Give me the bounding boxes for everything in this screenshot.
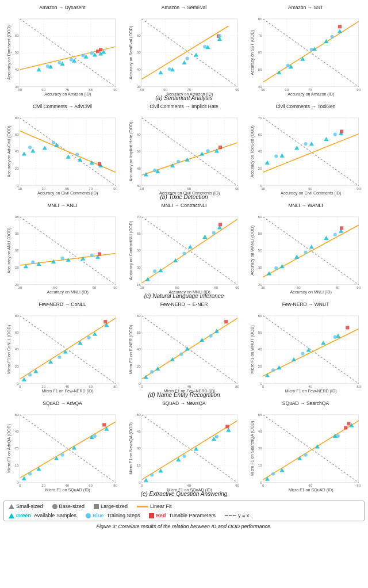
chart-amazon-semeval: Amazon → SemEval bbox=[125, 5, 243, 94]
svg-text:Accuracy on WANLI (OOD): Accuracy on WANLI (OOD) bbox=[250, 226, 255, 276]
legend-item-base: Base-sized bbox=[52, 503, 85, 509]
legend-square-large-icon bbox=[94, 504, 99, 509]
chart-title-5c: SQuAD → SearchQA bbox=[247, 400, 365, 406]
chart-svg-1a: Accuracy on Amazon (ID) Accuracy on Dyna… bbox=[3, 11, 121, 100]
svg-text:20: 20 bbox=[258, 364, 262, 368]
svg-text:Micro F1 on SQuAD (ID): Micro F1 on SQuAD (ID) bbox=[45, 488, 90, 492]
svg-text:Accuracy on Amazon (ID): Accuracy on Amazon (ID) bbox=[288, 92, 334, 97]
svg-point-61 bbox=[203, 45, 206, 48]
svg-text:50: 50 bbox=[175, 285, 179, 289]
svg-point-249 bbox=[212, 231, 215, 235]
svg-text:20: 20 bbox=[136, 364, 140, 368]
svg-text:60: 60 bbox=[15, 330, 19, 334]
svg-text:60: 60 bbox=[258, 132, 262, 136]
svg-text:40: 40 bbox=[136, 184, 140, 188]
legend-item-linear: Linear Fit bbox=[137, 503, 172, 509]
svg-text:Accuracy on MNLI (ID): Accuracy on MNLI (ID) bbox=[47, 290, 89, 295]
svg-text:40: 40 bbox=[15, 347, 19, 351]
svg-text:25: 25 bbox=[15, 446, 19, 450]
svg-rect-122 bbox=[98, 162, 101, 166]
svg-text:Micro F1 on SearchQA (OOD): Micro F1 on SearchQA (OOD) bbox=[250, 421, 255, 476]
svg-text:15: 15 bbox=[136, 463, 140, 467]
legend-yx-label: y = x bbox=[238, 513, 249, 518]
svg-text:40: 40 bbox=[15, 429, 19, 433]
chart-amazon-sst: Amazon → SST A bbox=[247, 5, 365, 94]
chart-row-sentiment: Amazon → Dynasent bbox=[3, 5, 365, 94]
svg-text:90: 90 bbox=[356, 186, 361, 190]
svg-rect-463 bbox=[344, 426, 347, 429]
svg-text:40: 40 bbox=[308, 384, 312, 388]
svg-text:20: 20 bbox=[15, 364, 19, 368]
svg-text:0: 0 bbox=[17, 184, 19, 188]
chart-squad-searchqa: SQuAD → SearchQA bbox=[247, 400, 365, 490]
svg-text:Micro F1 on NewsQA (OOD): Micro F1 on NewsQA (OOD) bbox=[129, 422, 133, 475]
svg-rect-371 bbox=[346, 326, 349, 329]
legend-row-2: Green Available Samples Blue Training St… bbox=[9, 513, 359, 518]
chart-svg-1c: Accuracy on Amazon (ID) Accuracy on SST … bbox=[247, 11, 365, 100]
chart-svg-5c: Micro F1 on SQuAD (ID) Micro F1 on Searc… bbox=[247, 407, 365, 496]
svg-text:45: 45 bbox=[136, 429, 140, 433]
svg-point-23 bbox=[46, 64, 49, 68]
svg-text:90: 90 bbox=[235, 285, 239, 289]
legend-item-small: Small-sized bbox=[9, 503, 43, 509]
svg-text:50: 50 bbox=[15, 413, 19, 417]
svg-text:70: 70 bbox=[136, 215, 140, 219]
svg-text:Accuracy on SST (OOD): Accuracy on SST (OOD) bbox=[250, 30, 255, 75]
svg-text:Micro F1 on WNUT (OOD): Micro F1 on WNUT (OOD) bbox=[250, 325, 255, 373]
svg-text:90: 90 bbox=[356, 285, 361, 289]
svg-point-186 bbox=[274, 155, 278, 158]
svg-text:36: 36 bbox=[15, 231, 19, 235]
chart-svg-2a: Accuracy on Civil Comments (ID) Accuracy… bbox=[3, 110, 121, 199]
legend-red-label: Red bbox=[156, 513, 166, 518]
chart-title-4c: Few-NERD → WNUT bbox=[247, 301, 365, 307]
svg-rect-88 bbox=[338, 25, 342, 28]
svg-text:Micro F1 on Few-NERD (ID): Micro F1 on Few-NERD (ID) bbox=[285, 389, 337, 394]
chart-title-1c: Amazon → SST bbox=[247, 5, 365, 10]
svg-text:40: 40 bbox=[258, 149, 262, 153]
svg-text:Accuracy on Civil Comments (ID: Accuracy on Civil Comments (ID) bbox=[37, 191, 98, 196]
svg-point-374 bbox=[334, 335, 337, 339]
svg-text:65: 65 bbox=[258, 50, 262, 54]
chart-title-2c: Civil Comments → ToxiGen bbox=[247, 104, 365, 109]
svg-text:32: 32 bbox=[15, 248, 19, 252]
svg-text:80: 80 bbox=[15, 314, 19, 318]
svg-text:0: 0 bbox=[260, 480, 262, 484]
chart-mnli-contractnli: MNLI → ContractNLI bbox=[125, 203, 243, 292]
legend: Small-sized Base-sized Large-sized Linea… bbox=[3, 501, 365, 521]
svg-text:50: 50 bbox=[53, 285, 57, 289]
svg-point-372 bbox=[271, 368, 275, 372]
svg-text:50: 50 bbox=[136, 248, 140, 252]
svg-text:0: 0 bbox=[19, 483, 21, 487]
svg-text:Micro F1 on E-NER (OOD): Micro F1 on E-NER (OOD) bbox=[129, 325, 133, 374]
svg-point-25 bbox=[70, 58, 73, 62]
svg-text:30: 30 bbox=[41, 186, 45, 190]
legend-item-yx: y = x bbox=[225, 513, 249, 518]
svg-point-311 bbox=[57, 356, 61, 359]
chart-svg-3c: Accuracy on MNLI (ID) Accuracy on WANLI … bbox=[247, 209, 365, 298]
legend-green-label: Green bbox=[16, 513, 31, 518]
svg-text:50: 50 bbox=[297, 285, 301, 289]
svg-rect-341 bbox=[224, 320, 228, 323]
svg-point-279 bbox=[304, 250, 307, 254]
svg-point-434 bbox=[150, 473, 154, 476]
legend-item-large: Large-sized bbox=[94, 503, 128, 509]
svg-text:90: 90 bbox=[113, 285, 117, 289]
svg-text:0: 0 bbox=[260, 184, 262, 188]
legend-blue-label: Blue bbox=[93, 513, 104, 518]
chart-title-3a: MNLI → ANLI bbox=[3, 203, 121, 208]
svg-text:50: 50 bbox=[136, 50, 140, 54]
chart-svg-4b: Micro F1 on Few-NERD (ID) Micro F1 on E-… bbox=[125, 308, 243, 397]
svg-text:0: 0 bbox=[17, 381, 19, 385]
svg-text:50: 50 bbox=[258, 248, 262, 252]
svg-text:70: 70 bbox=[258, 116, 262, 120]
chart-squad-advqa: SQuAD → AdvQA bbox=[3, 400, 121, 490]
svg-point-157 bbox=[177, 160, 180, 163]
svg-point-404 bbox=[93, 434, 97, 438]
svg-text:0: 0 bbox=[262, 483, 264, 487]
svg-text:Micro F1 on Few-NERD (ID): Micro F1 on Few-NERD (ID) bbox=[163, 389, 215, 394]
svg-point-466 bbox=[304, 453, 307, 457]
page-container: Amazon → Dynasent bbox=[0, 0, 368, 533]
legend-item-red: Red Tunable Parameters bbox=[149, 513, 216, 518]
svg-point-436 bbox=[214, 435, 218, 438]
svg-text:65: 65 bbox=[136, 231, 140, 235]
